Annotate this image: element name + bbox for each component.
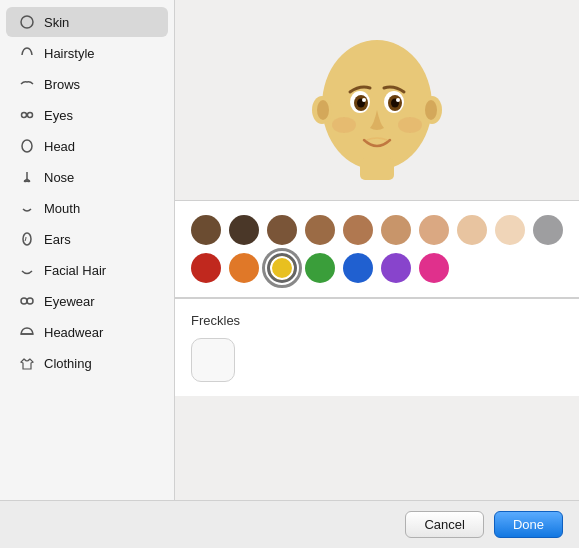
svg-point-25	[332, 117, 356, 133]
sidebar-label-ears: Ears	[44, 232, 71, 247]
sidebar-label-eyes: Eyes	[44, 108, 73, 123]
sidebar-label-nose: Nose	[44, 170, 74, 185]
svg-point-26	[398, 117, 422, 133]
sidebar-item-eyes[interactable]: Eyes	[6, 100, 168, 130]
svg-point-13	[317, 100, 329, 120]
color-swatch-0-3[interactable]	[305, 215, 335, 245]
svg-point-5	[21, 298, 27, 304]
color-swatch-0-8[interactable]	[495, 215, 525, 245]
memoji-face	[302, 20, 452, 180]
color-swatch-0-7[interactable]	[457, 215, 487, 245]
svg-point-24	[396, 98, 400, 102]
svg-point-2	[28, 113, 33, 118]
color-row-1	[191, 253, 563, 283]
sidebar-label-clothing: Clothing	[44, 356, 92, 371]
sidebar-label-headwear: Headwear	[44, 325, 103, 340]
color-swatch-1-6[interactable]	[419, 253, 449, 283]
sidebar-label-hairstyle: Hairstyle	[44, 46, 95, 61]
svg-point-0	[21, 16, 33, 28]
color-swatch-0-1[interactable]	[229, 215, 259, 245]
svg-point-11	[322, 40, 432, 170]
right-panel: Freckles	[175, 0, 579, 500]
sidebar-label-facial-hair: Facial Hair	[44, 263, 106, 278]
sidebar-label-eyewear: Eyewear	[44, 294, 95, 309]
eyes-icon	[18, 106, 36, 124]
color-swatch-0-5[interactable]	[381, 215, 411, 245]
nose-icon	[18, 168, 36, 186]
color-swatches	[191, 215, 563, 283]
color-swatch-1-3[interactable]	[305, 253, 335, 283]
color-row-0	[191, 215, 563, 245]
svg-point-3	[22, 140, 32, 152]
emoji-preview	[175, 0, 579, 200]
skin-icon	[18, 13, 36, 31]
mouth-icon	[18, 199, 36, 217]
sidebar-item-headwear[interactable]: Headwear	[6, 317, 168, 347]
freckles-toggle[interactable]	[191, 338, 235, 382]
color-swatch-1-5[interactable]	[381, 253, 411, 283]
color-swatch-0-4[interactable]	[343, 215, 373, 245]
color-swatch-1-4[interactable]	[343, 253, 373, 283]
sidebar-item-hairstyle[interactable]: Hairstyle	[6, 38, 168, 68]
color-swatch-0-6[interactable]	[419, 215, 449, 245]
sidebar-item-nose[interactable]: Nose	[6, 162, 168, 192]
hairstyle-icon	[18, 44, 36, 62]
head-icon	[18, 137, 36, 155]
sidebar-item-eyewear[interactable]: Eyewear	[6, 286, 168, 316]
freckles-label: Freckles	[191, 313, 563, 328]
color-picker-area	[175, 200, 579, 297]
facial-hair-icon	[18, 261, 36, 279]
sidebar-item-clothing[interactable]: Clothing	[6, 348, 168, 378]
eyewear-icon	[18, 292, 36, 310]
sidebar: SkinHairstyleBrowsEyesHeadNoseMouthEarsF…	[0, 0, 175, 500]
main-container: SkinHairstyleBrowsEyesHeadNoseMouthEarsF…	[0, 0, 579, 500]
color-swatch-0-2[interactable]	[267, 215, 297, 245]
sidebar-item-skin[interactable]: Skin	[6, 7, 168, 37]
sidebar-item-head[interactable]: Head	[6, 131, 168, 161]
freckles-section: Freckles	[175, 298, 579, 396]
done-button[interactable]: Done	[494, 511, 563, 538]
ears-icon	[18, 230, 36, 248]
svg-point-23	[362, 98, 366, 102]
color-swatch-0-0[interactable]	[191, 215, 221, 245]
cancel-button[interactable]: Cancel	[405, 511, 483, 538]
brows-icon	[18, 75, 36, 93]
svg-point-4	[23, 233, 31, 245]
color-swatch-1-0[interactable]	[191, 253, 221, 283]
footer: Cancel Done	[0, 500, 579, 548]
sidebar-label-brows: Brows	[44, 77, 80, 92]
color-swatch-0-9[interactable]	[533, 215, 563, 245]
sidebar-label-skin: Skin	[44, 15, 69, 30]
sidebar-item-ears[interactable]: Ears	[6, 224, 168, 254]
sidebar-item-facial-hair[interactable]: Facial Hair	[6, 255, 168, 285]
svg-point-15	[425, 100, 437, 120]
svg-rect-16	[360, 158, 394, 180]
svg-point-1	[22, 113, 27, 118]
color-swatch-1-1[interactable]	[229, 253, 259, 283]
color-swatch-1-2[interactable]	[267, 253, 297, 283]
sidebar-item-brows[interactable]: Brows	[6, 69, 168, 99]
sidebar-label-mouth: Mouth	[44, 201, 80, 216]
sidebar-label-head: Head	[44, 139, 75, 154]
sidebar-item-mouth[interactable]: Mouth	[6, 193, 168, 223]
svg-point-6	[27, 298, 33, 304]
headwear-icon	[18, 323, 36, 341]
clothing-icon	[18, 354, 36, 372]
